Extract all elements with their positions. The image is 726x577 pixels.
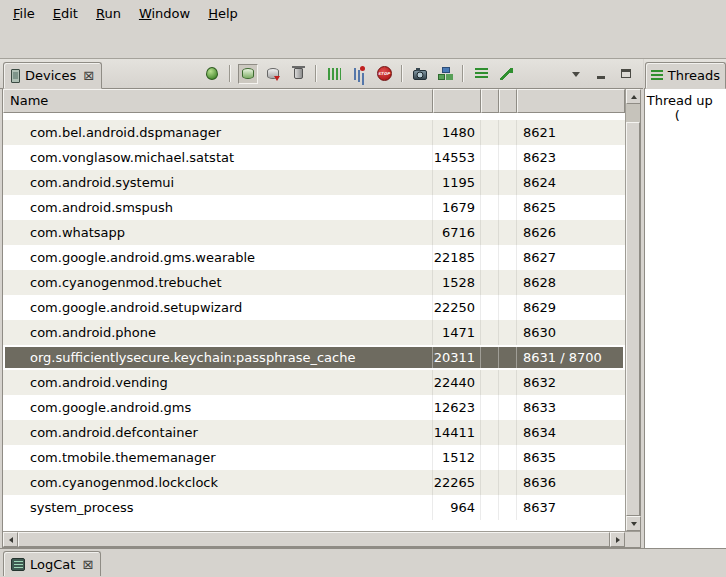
tab-logcat[interactable]: LogCat ⊠ xyxy=(3,551,101,576)
scroll-left-button[interactable] xyxy=(3,532,18,547)
process-row[interactable]: com.cyanogenmod.lockclock222658636 xyxy=(3,470,625,495)
close-tab-icon[interactable]: ⊠ xyxy=(83,69,94,82)
devices-view-toolbar xyxy=(202,59,643,88)
start-opengl-trace-icon[interactable] xyxy=(496,64,516,84)
close-tab-icon[interactable]: ⊠ xyxy=(82,558,93,571)
update-heap-icon[interactable] xyxy=(238,64,258,84)
vertical-scroll-thumb[interactable] xyxy=(626,122,640,516)
process-row[interactable]: com.cyanogenmod.trebuchet15288628 xyxy=(3,270,625,295)
vertical-scrollbar[interactable] xyxy=(625,89,640,531)
process-s2 xyxy=(499,145,517,170)
update-threads-icon[interactable] xyxy=(324,64,344,84)
process-name: com.whatsapp xyxy=(3,220,433,245)
process-name: com.android.smspush xyxy=(3,195,433,220)
process-pid: 22185 xyxy=(433,245,481,270)
process-row[interactable]: com.tmobile.thememanager15128635 xyxy=(3,445,625,470)
cause-gc-icon[interactable] xyxy=(288,64,308,84)
process-name: com.vonglasow.michael.satstat xyxy=(3,145,433,170)
toolbar-separator xyxy=(401,65,403,82)
dump-view-hierarchy-icon[interactable] xyxy=(435,64,455,84)
left-arrow-icon xyxy=(9,537,13,543)
process-name: com.cyanogenmod.trebuchet xyxy=(3,270,433,295)
process-row[interactable]: system_process9648637 xyxy=(3,495,625,520)
scroll-down-button[interactable] xyxy=(626,516,641,531)
tab-devices[interactable]: Devices ⊠ xyxy=(3,62,102,89)
horizontal-scrollbar[interactable] xyxy=(3,531,625,547)
scrollbar-corner xyxy=(625,531,640,547)
horizontal-scroll-thumb[interactable] xyxy=(18,532,610,547)
process-s2 xyxy=(499,295,517,320)
logcat-strip: LogCat ⊠ xyxy=(0,548,726,576)
process-port: 8629 xyxy=(517,295,625,320)
threads-content: Thread up ( xyxy=(644,89,726,548)
process-port: 8633 xyxy=(517,395,625,420)
process-row[interactable]: org.sufficientlysecure.keychain:passphra… xyxy=(3,345,625,370)
process-row[interactable]: com.android.defcontainer144118634 xyxy=(3,420,625,445)
process-s1 xyxy=(481,345,499,370)
process-pid: 1512 xyxy=(433,445,481,470)
column-header-name[interactable]: Name xyxy=(3,89,433,113)
process-s1 xyxy=(481,270,499,295)
process-row[interactable]: com.google.android.gms126238633 xyxy=(3,395,625,420)
process-s1 xyxy=(481,245,499,270)
process-port: 8627 xyxy=(517,245,625,270)
scroll-right-button[interactable] xyxy=(610,532,625,547)
process-row[interactable]: com.google.android.setupwizard222508629 xyxy=(3,295,625,320)
process-name: com.google.android.gms.wearable xyxy=(3,245,433,270)
stop-process-icon[interactable] xyxy=(374,64,394,84)
menu-edit[interactable]: Edit xyxy=(44,3,87,24)
vertical-scroll-track[interactable] xyxy=(626,104,640,122)
process-name: com.android.systemui xyxy=(3,170,433,195)
process-port: 8626 xyxy=(517,220,625,245)
process-port: 8631 / 8700 xyxy=(517,345,625,370)
toolbar-separator xyxy=(315,65,317,82)
start-method-profiling-icon[interactable] xyxy=(349,64,369,84)
column-header-col4[interactable] xyxy=(517,89,625,113)
scroll-up-button[interactable] xyxy=(626,89,641,104)
toolbar-separator xyxy=(229,65,231,82)
column-header-col2[interactable] xyxy=(481,89,499,113)
minimize-view-icon[interactable] xyxy=(591,64,611,84)
process-row[interactable]: com.bel.android.dspmanager14808621 xyxy=(3,120,625,145)
threads-message-line2: ( xyxy=(647,108,724,123)
tab-threads[interactable]: Threads xyxy=(645,62,726,89)
process-s2 xyxy=(499,320,517,345)
dump-hprof-icon[interactable] xyxy=(263,64,283,84)
process-pid: 1471 xyxy=(433,320,481,345)
column-header-col1[interactable] xyxy=(433,89,481,113)
device-icon xyxy=(11,69,20,83)
process-row[interactable]: com.android.smspush16798625 xyxy=(3,195,625,220)
column-header-col3[interactable] xyxy=(499,89,517,113)
menu-help[interactable]: Help xyxy=(199,3,247,24)
process-name: com.android.defcontainer xyxy=(3,420,433,445)
threads-tabbar: Threads xyxy=(644,59,726,89)
screen-capture-icon[interactable] xyxy=(410,64,430,84)
process-port: 8636 xyxy=(517,470,625,495)
capture-system-info-icon[interactable] xyxy=(471,64,491,84)
toolbar-separator xyxy=(462,65,464,82)
process-row[interactable]: com.whatsapp67168626 xyxy=(3,220,625,245)
process-row[interactable]: com.vonglasow.michael.satstat145538623 xyxy=(3,145,625,170)
right-arrow-icon xyxy=(616,537,620,543)
debug-process-icon[interactable] xyxy=(202,64,222,84)
process-row[interactable]: com.android.systemui11958624 xyxy=(3,170,625,195)
process-s2 xyxy=(499,445,517,470)
process-port: 8632 xyxy=(517,370,625,395)
process-s2 xyxy=(499,495,517,520)
process-row[interactable]: com.android.phone14718630 xyxy=(3,320,625,345)
partial-row xyxy=(3,113,625,120)
menu-window[interactable]: Window xyxy=(130,3,199,24)
threads-message-line1: Thread up xyxy=(647,93,724,108)
maximize-view-icon[interactable] xyxy=(616,64,636,84)
menu-run[interactable]: Run xyxy=(87,3,130,24)
process-row[interactable]: com.android.vending224408632 xyxy=(3,370,625,395)
process-pid: 14553 xyxy=(433,145,481,170)
tab-logcat-label: LogCat xyxy=(30,557,75,572)
process-port: 8621 xyxy=(517,120,625,145)
view-menu-icon[interactable] xyxy=(566,64,586,84)
process-s2 xyxy=(499,270,517,295)
devices-view-content: Name com.bel.android.dspmanager14808621c… xyxy=(2,89,641,548)
menu-file[interactable]: File xyxy=(4,3,44,24)
process-port: 8635 xyxy=(517,445,625,470)
process-row[interactable]: com.google.android.gms.wearable221858627 xyxy=(3,245,625,270)
